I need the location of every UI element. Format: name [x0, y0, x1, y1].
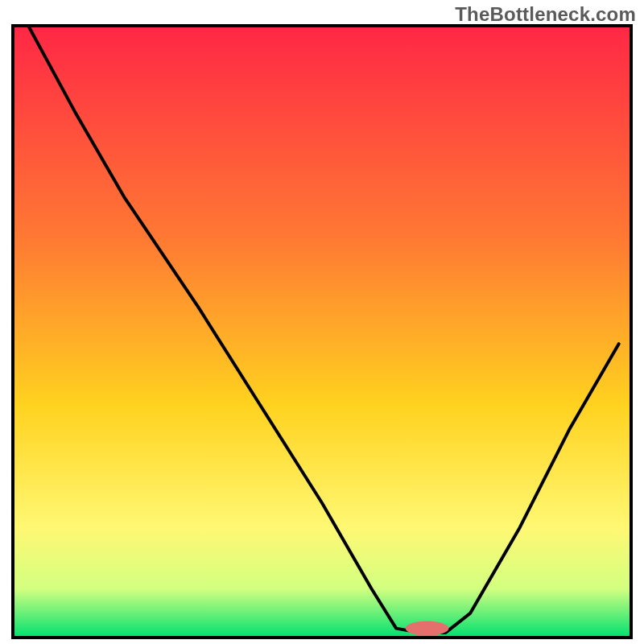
bottleneck-plot — [0, 0, 644, 644]
optimum-marker — [406, 621, 449, 635]
chart-stage: TheBottleneck.com — [0, 0, 644, 644]
gradient-background — [13, 26, 631, 638]
watermark-text: TheBottleneck.com — [455, 3, 636, 26]
